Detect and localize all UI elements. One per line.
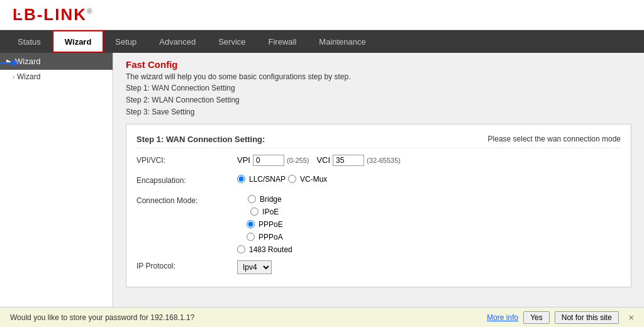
sidebar: k wizard Wizard › Wizard (0, 53, 113, 307)
encap-control: LLC/SNAP VC-Mux (237, 175, 327, 184)
conn-1483routed[interactable]: 1483 Routed (237, 245, 292, 254)
nav-setup[interactable]: Setup (104, 30, 148, 53)
fast-config-desc: The wizard will help you do some basic c… (126, 72, 631, 81)
bridge-radio[interactable] (248, 195, 256, 203)
vpi-range: (0-255) (287, 157, 309, 164)
wan-section-subtitle: Please select the wan connection mode (488, 135, 621, 144)
content-area: Fast Config The wizard will help you do … (113, 53, 644, 307)
encap-label: Encapsulation: (136, 175, 237, 185)
callout-line (0, 62, 11, 64)
step1-info: Step 1: WAN Connection Setting (126, 82, 631, 94)
encap-llcsnap-radio[interactable] (237, 175, 245, 183)
pwd-more-info[interactable]: More info (487, 313, 518, 322)
pwd-not-button[interactable]: Not for this site (555, 311, 619, 324)
callout-annotation: k wizard (0, 57, 18, 69)
ip-proto-control: Ipv4 Ipv6 Both (237, 260, 272, 274)
nav-firewall[interactable]: Firewall (257, 30, 308, 53)
step-info: Step 1: WAN Connection Setting Step 2: W… (126, 82, 631, 119)
step2-info: Step 2: WLAN Connection Setting (126, 94, 631, 106)
nav-advanced[interactable]: Advanced (148, 30, 207, 53)
nav-maintenance[interactable]: Maintenance (308, 30, 377, 53)
nav-status[interactable]: Status (6, 30, 52, 53)
main-content: k wizard Wizard › Wizard Fast Config The… (0, 53, 644, 307)
vpi-input[interactable] (253, 155, 284, 166)
pwd-text: Would you like to store your password fo… (10, 313, 482, 322)
nav-wizard[interactable]: Wizard (52, 30, 104, 53)
pwd-close-button[interactable]: × (629, 313, 634, 323)
wan-section-title: Step 1: WAN Connection Setting: Please s… (136, 131, 621, 148)
conn-bridge[interactable]: Bridge (248, 195, 282, 204)
password-bar: Would you like to store your password fo… (0, 307, 644, 327)
1483routed-radio[interactable] (237, 245, 245, 253)
encap-llcsnap[interactable]: LLC/SNAP (237, 175, 286, 184)
wan-section: Step 1: WAN Connection Setting: Please s… (126, 124, 631, 287)
vpi-text: VPI (237, 155, 250, 165)
vci-range: (32-65535) (367, 157, 401, 164)
ip-proto-label: IP Protocol: (136, 260, 237, 270)
pwd-yes-button[interactable]: Yes (523, 311, 550, 324)
nav-bar: Status Wizard Setup Advanced Service Fir… (0, 30, 644, 53)
conn-mode-label: Connection Mode: (136, 195, 237, 205)
vci-text: VCI (316, 155, 330, 165)
conn-pppoe[interactable]: PPPoE (247, 220, 283, 229)
encap-vcmux[interactable]: VC-Mux (288, 175, 327, 184)
nav-service[interactable]: Service (207, 30, 257, 53)
ip-proto-select[interactable]: Ipv4 Ipv6 Both (237, 260, 272, 274)
ip-proto-row: IP Protocol: Ipv4 Ipv6 Both (136, 260, 621, 274)
callout-arrowhead (12, 59, 18, 67)
sidebar-wizard-sub[interactable]: › Wizard (0, 70, 113, 84)
encap-vcmux-radio[interactable] (288, 175, 296, 183)
ipoe-radio[interactable] (250, 208, 258, 216)
vpi-label: VPI/VCI: (136, 155, 237, 165)
conn-pppoa[interactable]: PPPoA (247, 233, 283, 241)
conn-mode-row: Connection Mode: Bridge IPoE PPPoE PPPoA (136, 195, 621, 254)
top-bar: ĿB-LINK® (0, 0, 644, 30)
fast-config-title: Fast Config (126, 59, 631, 70)
logo: ĿB-LINK® (13, 5, 94, 25)
vpi-vci-row: VPI/VCI: VPI (0-255) VCI (32-65535) (136, 155, 621, 169)
vci-input[interactable] (333, 155, 364, 166)
conn-mode-control: Bridge IPoE PPPoE PPPoA 1483 Routed (237, 195, 292, 254)
pppoe-radio[interactable] (247, 220, 255, 228)
conn-ipoe[interactable]: IPoE (250, 208, 279, 216)
vpi-control: VPI (0-255) VCI (32-65535) (237, 155, 401, 166)
pppoa-radio[interactable] (247, 233, 255, 241)
encap-row: Encapsulation: LLC/SNAP VC-Mux (136, 175, 621, 189)
step3-info: Step 3: Save Setting (126, 106, 631, 118)
